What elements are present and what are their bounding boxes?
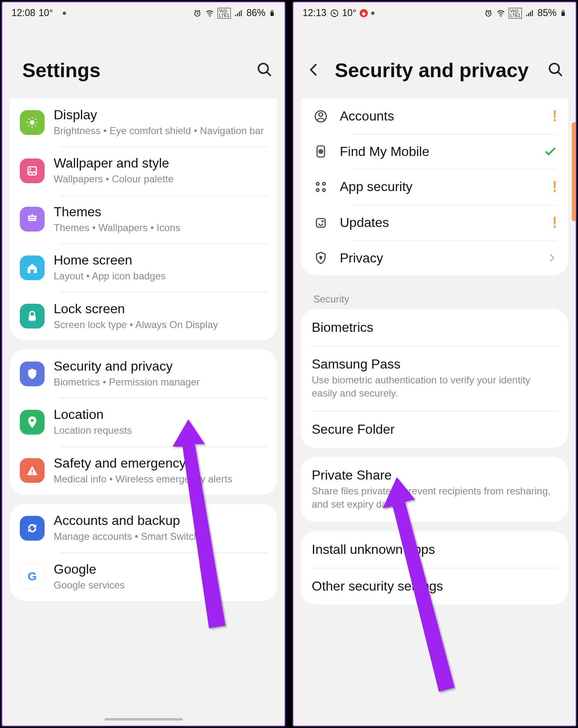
svg-point-26 <box>320 151 322 152</box>
safety-icon <box>20 458 45 483</box>
row-secure-folder[interactable]: Secure Folder <box>301 411 568 448</box>
signal-icon <box>525 9 534 18</box>
svg-point-17 <box>500 15 502 17</box>
row-biometrics[interactable]: Biometrics <box>301 309 568 346</box>
row-title: Install unknown apps <box>312 542 557 557</box>
row-title: Other security settings <box>312 579 557 594</box>
row-title: Biometrics <box>312 320 557 335</box>
sync-icon <box>20 516 45 541</box>
svg-rect-10 <box>29 316 36 321</box>
row-app-security[interactable]: App security ! <box>301 169 568 205</box>
svg-point-21 <box>550 64 559 73</box>
row-title: Accounts and backup <box>54 513 269 528</box>
svg-point-23 <box>319 113 323 116</box>
page-header: Security and privacy <box>294 22 576 98</box>
themes-icon <box>20 207 45 232</box>
warning-icon: ! <box>552 214 557 232</box>
setting-wallpaper[interactable]: Wallpaper and style Wallpapers • Colour … <box>10 147 277 195</box>
svg-rect-5 <box>271 11 273 12</box>
setting-location[interactable]: Location Location requests <box>10 398 277 446</box>
row-sub: Share files privately, prevent recipient… <box>312 485 557 511</box>
setting-safety[interactable]: Safety and emergency Medical info • Wire… <box>10 447 277 495</box>
status-battery-pct: 85% <box>538 7 557 19</box>
status-temp: 10° <box>342 7 357 19</box>
row-sub: Layout • App icon badges <box>54 269 269 283</box>
svg-point-9 <box>30 168 31 170</box>
row-sub: Location requests <box>54 424 269 437</box>
row-accounts[interactable]: Accounts ! <box>301 98 568 134</box>
apps-icon <box>313 179 329 195</box>
svg-point-6 <box>258 64 268 73</box>
svg-point-2 <box>209 15 211 17</box>
home-icon <box>20 255 45 280</box>
row-title: Security and privacy <box>54 359 269 374</box>
check-icon <box>543 144 557 158</box>
row-private-share[interactable]: Private Share Share files privately, pre… <box>301 457 568 522</box>
row-title: Private Share <box>312 468 557 483</box>
status-bar: 12:08 10° Vo))LTE1 86% <box>2 2 284 22</box>
update-icon <box>313 215 329 231</box>
svg-text:G: G <box>28 570 37 583</box>
wallpaper-icon <box>20 158 45 183</box>
battery-icon <box>269 8 275 18</box>
samsung-health-icon: ◆ <box>360 9 368 17</box>
search-icon[interactable] <box>256 61 273 80</box>
svg-point-27 <box>316 182 319 185</box>
security-privacy-screen: 12:13 10° ◆ Vo))LTE1 85% Security and pr… <box>293 2 576 726</box>
page-title: Settings <box>22 59 248 82</box>
setting-display[interactable]: Display Brightness • Eye comfort shield … <box>10 98 277 147</box>
section-label: Security <box>301 284 568 309</box>
row-title: Samsung Pass <box>312 357 557 372</box>
location-icon <box>20 410 45 435</box>
row-title: Display <box>54 107 269 123</box>
row-install-unknown[interactable]: Install unknown apps <box>301 531 568 568</box>
svg-rect-20 <box>562 11 564 12</box>
row-sub: Wallpapers • Colour palette <box>54 173 269 186</box>
row-sub: Brightness • Eye comfort shield • Naviga… <box>54 124 269 137</box>
row-samsung-pass[interactable]: Samsung Pass Use biometric authenticatio… <box>301 346 568 411</box>
row-sub: Medical info • Wireless emergency alerts <box>54 473 269 486</box>
settings-group-2: Security and privacy Biometrics • Permis… <box>10 350 277 495</box>
notification-dot <box>371 12 374 15</box>
wifi-icon <box>205 9 214 18</box>
page-title: Security and privacy <box>335 59 539 82</box>
security-group-2: Biometrics Samsung Pass Use biometric au… <box>301 309 568 448</box>
setting-themes[interactable]: Themes Themes • Wallpapers • Icons <box>10 195 277 243</box>
row-title: Updates <box>340 215 543 230</box>
row-other-security[interactable]: Other security settings <box>301 568 568 605</box>
search-icon[interactable] <box>547 61 564 80</box>
svg-point-28 <box>322 182 325 185</box>
setting-home-screen[interactable]: Home screen Layout • App icon badges <box>10 243 277 292</box>
row-title: Find My Mobile <box>340 144 534 159</box>
setting-security-privacy[interactable]: Security and privacy Biometrics • Permis… <box>10 350 277 398</box>
setting-lock-screen[interactable]: Lock screen Screen lock type • Always On… <box>10 292 277 340</box>
row-title: Privacy <box>340 251 538 266</box>
home-indicator[interactable] <box>104 718 183 721</box>
settings-group-1: Display Brightness • Eye comfort shield … <box>10 98 277 340</box>
row-title: Location <box>54 407 269 422</box>
row-find-my-mobile[interactable]: Find My Mobile <box>301 134 568 169</box>
svg-point-29 <box>316 189 319 191</box>
row-updates[interactable]: Updates ! <box>301 205 568 241</box>
status-time: 12:08 <box>12 7 36 19</box>
shield-icon <box>20 362 45 386</box>
row-sub: Google services <box>54 579 269 592</box>
row-privacy[interactable]: Privacy <box>301 241 568 275</box>
setting-google[interactable]: G Google Google services <box>10 553 277 601</box>
row-title: Safety and emergency <box>54 456 269 471</box>
svg-point-11 <box>31 419 33 422</box>
security-overview-card: Accounts ! Find My Mobile App security !… <box>301 98 568 275</box>
status-temp: 10° <box>39 7 53 19</box>
setting-accounts-backup[interactable]: Accounts and backup Manage accounts • Sm… <box>10 504 277 552</box>
security-group-4: Install unknown apps Other security sett… <box>301 531 568 605</box>
google-icon: G <box>20 564 45 589</box>
row-sub: Manage accounts • Smart Switch <box>54 530 269 543</box>
back-button[interactable] <box>306 61 322 80</box>
row-sub: Screen lock type • Always On Display <box>54 318 269 331</box>
svg-point-30 <box>322 189 325 191</box>
row-sub: Themes • Wallpapers • Icons <box>54 221 269 234</box>
row-title: Themes <box>54 204 269 220</box>
alarm-icon <box>193 9 202 18</box>
status-time: 12:13 <box>303 7 327 19</box>
row-title: App security <box>340 179 543 194</box>
